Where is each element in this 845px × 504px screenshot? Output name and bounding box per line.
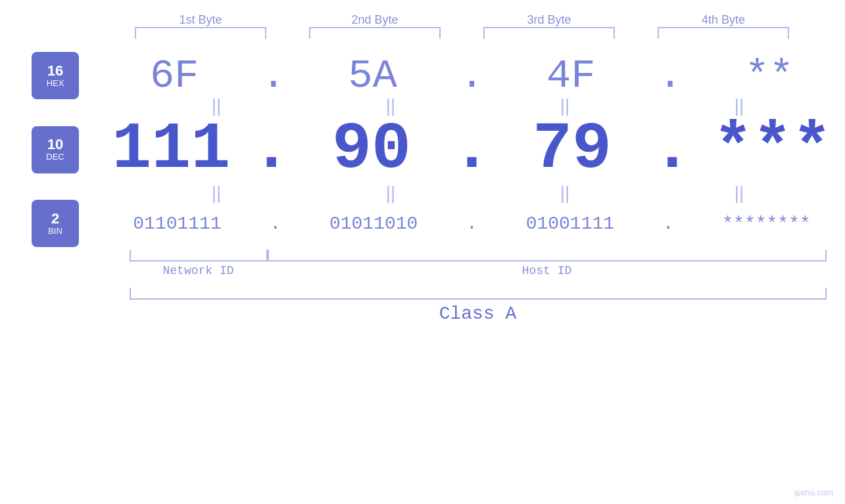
dec-row: 10 DEC 111 . 90 . 79 . *** (0, 112, 845, 187)
hex-badge-num: 16 (47, 63, 63, 79)
class-bracket-row (130, 288, 827, 300)
bin-b1: 01101111 (133, 214, 221, 234)
dec-val-4: *** (707, 112, 838, 187)
dec-values-row: 111 . 90 . 79 . *** (79, 112, 845, 187)
hex-val-2: 5A (307, 53, 439, 99)
bin-val-3: 01001111 (504, 214, 636, 234)
hex-dot-3: . (658, 53, 682, 99)
host-bracket (268, 250, 827, 262)
byte-headers-row: 1st Byte 2nd Byte 3rd Byte 4th Byte (114, 13, 811, 27)
dec-dot-1: . (252, 112, 291, 187)
dec-dot-2: . (452, 112, 491, 187)
bin-val-1: 01101111 (111, 214, 243, 234)
bin-badge-label: BIN (48, 227, 62, 236)
bin-dot-2: . (466, 214, 477, 234)
class-bracket (130, 288, 827, 300)
bin-val-4: ******** (701, 214, 833, 234)
hex-b1: 6F (150, 53, 199, 99)
hex-b2: 5A (348, 53, 397, 99)
hex-dot-1: . (261, 53, 285, 99)
dec-badge-label: DEC (46, 152, 64, 162)
network-id-label: Network ID (130, 264, 268, 277)
dec-b4: *** (713, 112, 832, 187)
bin-dot-1: . (270, 214, 281, 234)
watermark: ipshu.com (794, 488, 833, 497)
bin-badge-num: 2 (51, 211, 59, 227)
dec-dot-3: . (652, 112, 692, 187)
top-bracket-row (114, 27, 811, 39)
hex-val-3: 4F (505, 53, 637, 99)
network-bracket (130, 250, 268, 262)
byte-header-3: 3rd Byte (477, 13, 621, 27)
hex-badge: 16 HEX (32, 52, 79, 99)
bin-dot-3: . (663, 214, 674, 234)
hex-b3: 4F (546, 53, 595, 99)
byte-header-2: 2nd Byte (302, 13, 447, 27)
bracket-3 (483, 27, 615, 39)
bin-b3: 01001111 (526, 214, 614, 234)
hex-row: 16 HEX 6F . 5A . 4F . ** (0, 52, 845, 99)
hex-values-row: 6F . 5A . 4F . ** (79, 53, 845, 99)
bin-b2: 01011010 (329, 214, 418, 234)
hex-dot-2: . (460, 53, 484, 99)
id-labels-row: Network ID Host ID (130, 264, 827, 277)
dec-val-1: 111 (105, 112, 237, 187)
bracket-1 (135, 27, 266, 39)
bin-b4: ******** (722, 214, 810, 234)
bracket-4 (658, 27, 789, 39)
dec-badge: 10 DEC (32, 126, 79, 173)
bottom-bracket-row (130, 250, 827, 262)
hex-b4: ** (745, 53, 794, 99)
bin-badge: 2 BIN (32, 200, 79, 247)
class-label: Class A (130, 304, 827, 324)
hex-badge-label: HEX (47, 79, 64, 88)
bin-row: 2 BIN 01101111 . 01011010 . 01001111 . *… (0, 200, 845, 247)
bracket-2 (309, 27, 441, 39)
dec-b3: 79 (533, 112, 612, 187)
bin-values-row: 01101111 . 01011010 . 01001111 . *******… (79, 214, 845, 234)
main-container: 1st Byte 2nd Byte 3rd Byte 4th Byte 16 H… (0, 0, 845, 504)
host-id-label: Host ID (268, 264, 827, 277)
dec-badge-num: 10 (47, 137, 63, 152)
hex-val-1: 6F (109, 53, 240, 99)
dec-val-2: 90 (306, 112, 437, 187)
bin-val-2: 01011010 (308, 214, 439, 234)
dec-b1: 111 (112, 112, 230, 187)
byte-header-1: 1st Byte (128, 13, 273, 27)
byte-header-4: 4th Byte (651, 13, 796, 27)
dec-val-3: 79 (506, 112, 638, 187)
hex-val-4: ** (704, 53, 835, 99)
dec-b2: 90 (332, 112, 411, 187)
